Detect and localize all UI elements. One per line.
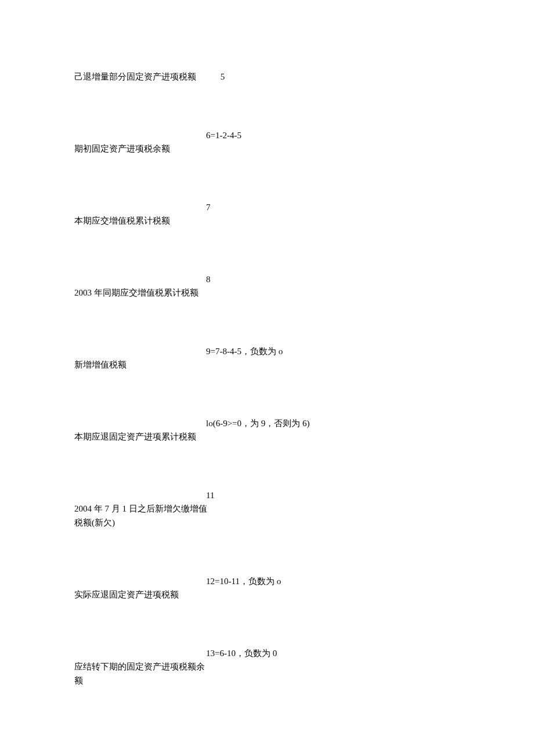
row-7: 7 本期应交增值税累计税额 — [74, 214, 460, 228]
label-9: 新增增值税额 — [74, 358, 127, 372]
label-5: 己退增量部分固定资产进项税额 — [74, 70, 196, 84]
value-11: 11 — [206, 488, 214, 502]
label-11: 2004 年 7 月 1 日之后新增欠缴增值税额(新欠) — [74, 502, 208, 530]
row-8: 8 2003 年同期应交增值税累计税额 — [74, 286, 460, 300]
label-7: 本期应交增值税累计税额 — [74, 214, 170, 228]
row-11: 11 2004 年 7 月 1 日之后新增欠缴增值税额(新欠) — [74, 502, 460, 530]
value-7: 7 — [206, 200, 211, 214]
row-5: 己退增量部分固定资产进项税额 5 — [74, 70, 460, 84]
row-12: 12=10-11，负数为 o 实际应退固定资产进项税额 — [74, 588, 460, 602]
row-9: 9=7-8-4-5，负数为 o 新增增值税额 — [74, 358, 460, 372]
value-9: 9=7-8-4-5，负数为 o — [206, 344, 283, 358]
value-6: 6=1-2-4-5 — [206, 128, 241, 142]
row-13: 13=6-10，负数为 0 应结转下期的固定资产进项税额余额 — [74, 660, 460, 687]
value-8: 8 — [206, 272, 211, 286]
value-10: lo(6-9>=0，为 9，否则为 6) — [206, 416, 310, 430]
row-6: 6=1-2-4-5 期初固定资产进项税余额 — [74, 142, 460, 156]
value-12: 12=10-11，负数为 o — [206, 574, 281, 588]
value-5: 5 — [221, 70, 225, 84]
label-12: 实际应退固定资产进项税额 — [74, 588, 179, 602]
label-6: 期初固定资产进项税余额 — [74, 142, 170, 156]
value-13: 13=6-10，负数为 0 — [206, 646, 277, 660]
row-10: lo(6-9>=0，为 9，否则为 6) 本期应退固定资产进项累计税额 — [74, 430, 460, 444]
label-13: 应结转下期的固定资产进项税额余额 — [74, 660, 208, 687]
label-8: 2003 年同期应交增值税累计税额 — [74, 286, 199, 300]
label-10: 本期应退固定资产进项累计税额 — [74, 430, 196, 444]
